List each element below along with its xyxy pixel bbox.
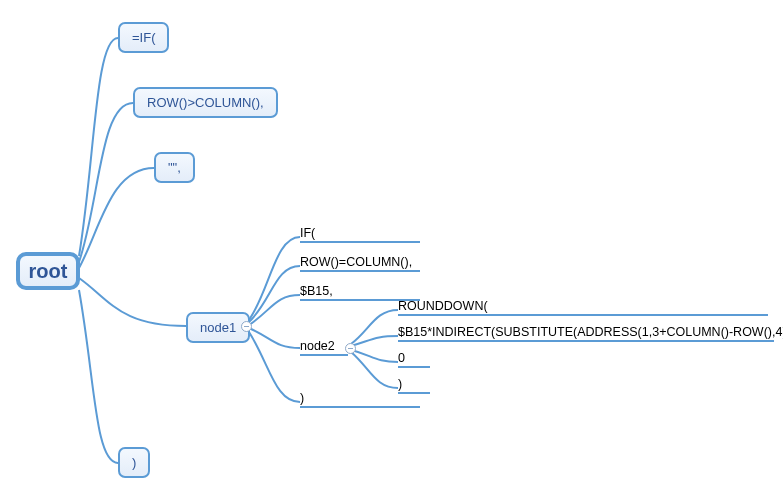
node2-label: node2 (300, 339, 335, 353)
leaf-underline (300, 241, 420, 243)
leaf-underline (300, 406, 420, 408)
leaf-underline (398, 392, 430, 394)
node1-leaf-close-paren[interactable]: ) (300, 391, 304, 405)
root-child-condition[interactable]: ROW()>COLUMN(), (133, 87, 278, 118)
node2-leaf-rounddown-open-label: ROUNDDOWN( (398, 299, 488, 313)
root-child-empty-string[interactable]: "", (154, 152, 195, 183)
root-node-label: root (29, 260, 68, 283)
leaf-underline (300, 270, 420, 272)
node1-toggle[interactable] (241, 321, 252, 332)
node1-leaf-b15[interactable]: $B15, (300, 284, 333, 298)
node2-leaf-rounddown-open[interactable]: ROUNDDOWN( (398, 299, 488, 313)
leaf-underline (398, 340, 774, 342)
node1-leaf-close-paren-label: ) (300, 391, 304, 405)
node1-leaf-condition[interactable]: ROW()=COLUMN(), (300, 255, 412, 269)
node2-toggle[interactable] (345, 343, 356, 354)
root-child-condition-label: ROW()>COLUMN(), (147, 95, 264, 110)
node2[interactable]: node2 (300, 339, 335, 353)
node2-leaf-close-paren[interactable]: ) (398, 377, 402, 391)
node2-leaf-zero-label: 0 (398, 351, 405, 365)
root-child-empty-string-label: "", (168, 160, 181, 175)
root-node[interactable]: root (16, 252, 80, 290)
root-child-close-paren[interactable]: ) (118, 447, 150, 478)
node1-label: node1 (200, 320, 236, 335)
root-child-if-open-label: =IF( (132, 30, 155, 45)
node2-leaf-zero[interactable]: 0 (398, 351, 405, 365)
leaf-underline (398, 314, 768, 316)
root-child-if-open[interactable]: =IF( (118, 22, 169, 53)
node1-leaf-if-open[interactable]: IF( (300, 226, 315, 240)
node1-leaf-condition-label: ROW()=COLUMN(), (300, 255, 412, 269)
node2-leaf-expression-label: $B15*INDIRECT(SUBSTITUTE(ADDRESS(1,3+COL… (398, 325, 783, 339)
leaf-underline (300, 354, 348, 356)
leaf-underline (398, 366, 430, 368)
connectors (0, 0, 783, 501)
root-child-close-paren-label: ) (132, 455, 136, 470)
node1-leaf-if-open-label: IF( (300, 226, 315, 240)
node2-leaf-close-paren-label: ) (398, 377, 402, 391)
node2-leaf-expression[interactable]: $B15*INDIRECT(SUBSTITUTE(ADDRESS(1,3+COL… (398, 325, 783, 339)
node1-leaf-b15-label: $B15, (300, 284, 333, 298)
